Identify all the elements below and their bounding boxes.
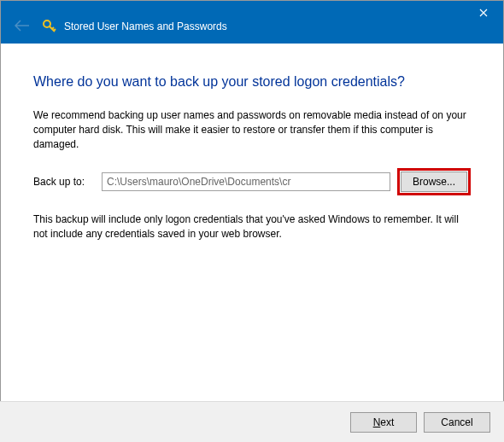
cancel-button[interactable]: Cancel xyxy=(424,412,490,433)
backup-path-row: Back up to: Browse... xyxy=(33,168,471,195)
titlebar: Stored User Names and Passwords xyxy=(1,1,503,44)
key-icon xyxy=(42,19,57,34)
backup-path-label: Back up to: xyxy=(33,176,102,188)
next-button[interactable]: Next xyxy=(350,412,417,433)
content-area: Where do you want to back up your stored… xyxy=(1,44,503,241)
back-arrow-icon[interactable] xyxy=(15,18,30,36)
browse-button[interactable]: Browse... xyxy=(401,172,467,192)
intro-paragraph: We recommend backing up user names and p… xyxy=(33,108,471,151)
close-button[interactable] xyxy=(464,1,503,25)
browse-highlight: Browse... xyxy=(397,168,471,195)
footer: Next Cancel xyxy=(0,401,504,442)
close-icon xyxy=(479,9,488,17)
backup-path-input[interactable] xyxy=(102,172,390,191)
note-paragraph: This backup will include only logon cred… xyxy=(33,212,471,241)
page-heading: Where do you want to back up your stored… xyxy=(33,74,471,90)
window-title: Stored User Names and Passwords xyxy=(64,20,227,32)
